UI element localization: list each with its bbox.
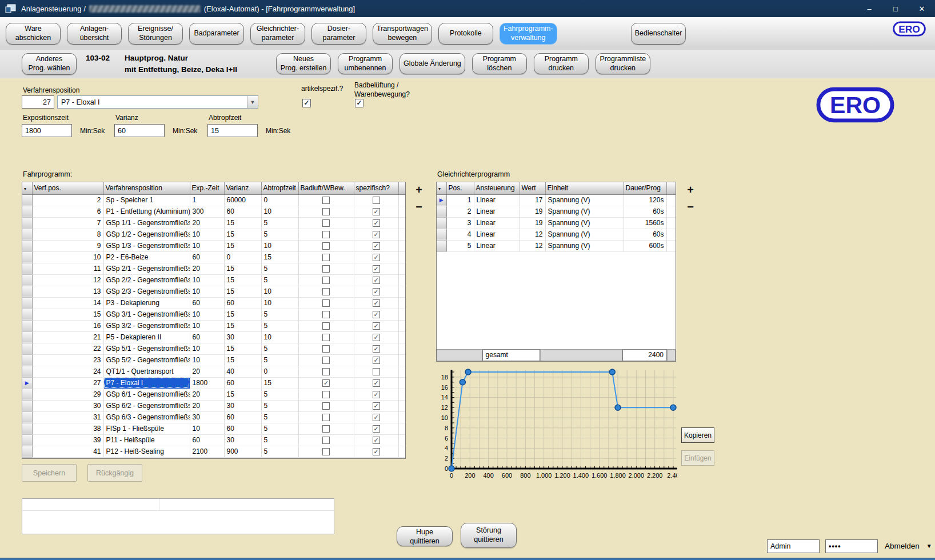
gleichrichter-row[interactable]: 2Linear19Spannung (V)60s (437, 206, 676, 217)
row-selector[interactable] (22, 297, 32, 309)
nav-gleichrichter-parameter[interactable]: Gleichrichter- parameter (250, 23, 305, 45)
fahrprogramm-row[interactable]: 21P5 - Dekapieren II603010✓ (22, 331, 406, 343)
row-selector[interactable] (22, 286, 32, 297)
fahrprogramm-row[interactable]: 16GSp 3/2 - Gegenstromfließspüle10155✓ (22, 320, 406, 331)
fahrprogramm-row[interactable]: 7GSp 1/1 - Gegenstromfließspüle20155✓ (22, 217, 406, 229)
artikelspezif-checkbox[interactable]: ✓ (302, 99, 311, 107)
badluft-checkbox[interactable] (322, 277, 330, 284)
badluft-checkbox[interactable] (322, 311, 330, 318)
chart-point[interactable] (465, 369, 471, 375)
nav-transportwagen-bewegen[interactable]: Transportwagen bewegen (373, 23, 432, 45)
fahrprogramm-row[interactable]: 6P1 - Entfettung (Aluminium)3006010✓ (22, 206, 406, 217)
chart-point[interactable] (615, 405, 621, 410)
gl-col-header-1[interactable]: Ansteuerung (474, 182, 520, 194)
fahr-col-header-5[interactable]: Badluft/WBew. (298, 182, 354, 194)
fahrprogramm-remove-button[interactable]: − (413, 200, 425, 214)
fahrprogramm-row[interactable]: 12GSp 2/2 - Gegenstromfließspüle10155✓ (22, 274, 406, 286)
globale-aenderung-button[interactable]: Globale Änderung (399, 53, 465, 74)
row-selector[interactable] (22, 309, 32, 320)
spezifisch-checkbox[interactable]: ✓ (373, 265, 380, 273)
save-button[interactable]: Speichern (22, 464, 77, 482)
row-selector[interactable] (22, 274, 32, 286)
row-selector[interactable]: ▶ (437, 194, 446, 206)
fahrprogramm-row[interactable]: 24QT1/1 - Quertransport20400 (22, 366, 406, 377)
varianz-input[interactable] (114, 124, 165, 137)
chevron-down-icon[interactable]: ▼ (247, 96, 258, 108)
verfahrensposition-select[interactable]: P7 - Eloxal I ▼ (57, 95, 258, 109)
abtropfzeit-input[interactable] (207, 124, 258, 137)
row-selector[interactable] (22, 217, 32, 229)
gl-col-header-2[interactable]: Wert (520, 182, 545, 194)
spezifisch-checkbox[interactable]: ✓ (373, 414, 380, 421)
spezifisch-checkbox[interactable]: ✓ (373, 299, 380, 307)
paste-button[interactable]: Einfügen (681, 450, 714, 466)
chart-point[interactable] (449, 466, 454, 471)
nav-dosier-parameter[interactable]: Dosier- parameter (311, 23, 366, 45)
row-selector[interactable] (22, 229, 32, 240)
spezifisch-checkbox[interactable]: ✓ (373, 402, 380, 410)
row-selector[interactable] (22, 263, 32, 274)
row-selector[interactable] (22, 446, 32, 457)
gl-col-header-3[interactable]: Einheit (545, 182, 624, 194)
copy-button[interactable]: Kopieren (681, 427, 714, 443)
gleichrichter-remove-button[interactable]: − (684, 200, 697, 214)
badluft-checkbox[interactable] (322, 231, 330, 238)
fahrprogramm-row[interactable]: 30GSp 6/2 - Gegenstromfließspüle20305✓ (22, 400, 406, 411)
badluft-checkbox[interactable] (322, 368, 330, 375)
fahr-col-header-4[interactable]: Abtropfzeit (261, 182, 298, 194)
spezifisch-checkbox[interactable] (373, 368, 380, 375)
spezifisch-checkbox[interactable]: ✓ (373, 219, 380, 227)
row-selector[interactable] (22, 389, 32, 400)
password-field[interactable] (825, 539, 878, 553)
row-selector[interactable] (22, 423, 32, 434)
fahr-corner-cell[interactable]: ▾ (22, 182, 32, 194)
row-selector[interactable] (22, 354, 32, 366)
hupe-quittieren-button[interactable]: Hupe quittieren (397, 526, 453, 546)
spezifisch-checkbox[interactable]: ✓ (373, 254, 380, 261)
fahrprogramm-row[interactable]: 15GSp 3/1 - Gegenstromfließspüle10155✓ (22, 309, 406, 320)
badluft-checkbox[interactable] (322, 357, 330, 364)
close-button[interactable]: ✕ (909, 0, 935, 17)
fahrprogramm-row[interactable]: 14P3 - Dekapierung606010✓ (22, 297, 406, 309)
badluft-checkbox[interactable] (322, 414, 330, 421)
fahrprogramm-row[interactable]: 22GSp 5/1 - Gegenstromfließspüle10155✓ (22, 343, 406, 354)
badluft-checkbox[interactable] (322, 265, 330, 273)
fahr-col-header-1[interactable]: Verfahrensposition (103, 182, 190, 194)
neues-prog-erstellen-button[interactable]: Neues Prog. erstellen (276, 53, 331, 74)
badluft-checkbox[interactable] (322, 242, 330, 250)
row-selector[interactable] (437, 217, 446, 229)
fahrprogramm-row[interactable]: 29GSp 6/1 - Gegenstromfließspüle20155✓ (22, 389, 406, 400)
programm-loeschen-button[interactable]: Programm löschen (472, 53, 527, 74)
programm-drucken-button[interactable]: Programm drucken (534, 53, 589, 74)
spezifisch-checkbox[interactable]: ✓ (373, 208, 380, 215)
spezifisch-checkbox[interactable]: ✓ (373, 242, 380, 250)
row-selector[interactable] (22, 343, 32, 354)
spezifisch-checkbox[interactable]: ✓ (373, 345, 380, 353)
spezifisch-checkbox[interactable]: ✓ (373, 379, 380, 387)
row-selector[interactable] (22, 331, 32, 343)
row-selector[interactable] (437, 206, 446, 217)
row-selector[interactable] (22, 194, 32, 206)
row-selector[interactable] (22, 240, 32, 251)
row-selector[interactable]: ▶ (22, 377, 32, 389)
gleichrichter-table[interactable]: ▾Pos.AnsteuerungWertEinheitDauer/Prog▶1L… (436, 182, 676, 362)
fahrprogramm-row[interactable]: 9GSp 1/3 - Gegenstromfließspüle101510✓ (22, 240, 406, 251)
logout-button[interactable]: Abmelden ▼ (885, 542, 932, 550)
badluft-checkbox[interactable] (322, 437, 330, 444)
fahr-col-header-3[interactable]: Varianz (224, 182, 261, 194)
nav-ereignisse-stoerungen[interactable]: Ereignisse/ Störungen (128, 23, 183, 45)
spezifisch-checkbox[interactable]: ✓ (373, 311, 380, 318)
badluft-checkbox[interactable]: ✓ (322, 379, 330, 387)
chart-point[interactable] (609, 369, 615, 375)
nav-fahrprogramm-verwaltung[interactable]: Fahrprogramm- verwaltung (500, 23, 557, 45)
row-selector[interactable] (22, 411, 32, 423)
badluft-checkbox[interactable] (322, 208, 330, 215)
chart-point[interactable] (459, 379, 465, 385)
programm-umbenennen-button[interactable]: Programm umbenennen (338, 53, 393, 74)
row-selector[interactable] (22, 366, 32, 377)
spezifisch-checkbox[interactable]: ✓ (373, 288, 380, 295)
row-selector[interactable] (22, 320, 32, 331)
spezifisch-checkbox[interactable]: ✓ (373, 437, 380, 444)
voltage-chart[interactable]: 02468101214161802004006008001.0001.2001.… (430, 369, 677, 483)
badluft-checkbox[interactable] (322, 391, 330, 398)
